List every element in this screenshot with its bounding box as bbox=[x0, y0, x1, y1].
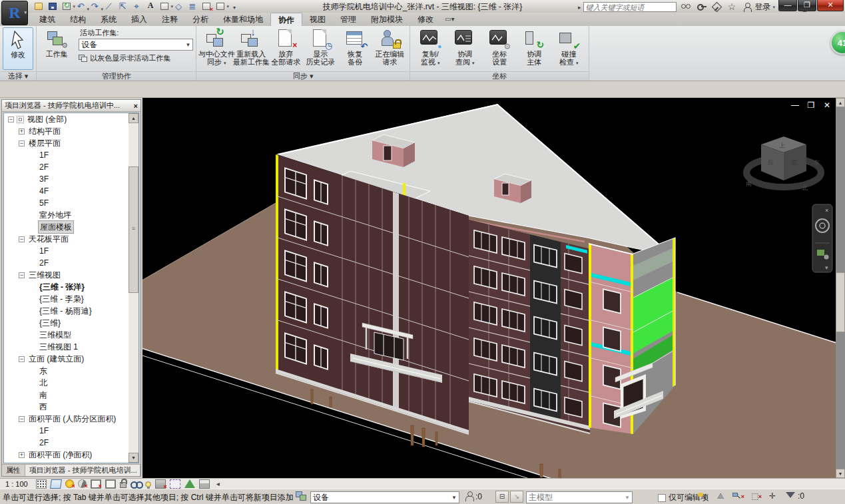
tree-toggle-icon[interactable]: − bbox=[19, 416, 25, 422]
default-3d-view-icon[interactable]: ▾ bbox=[159, 1, 170, 11]
tree-item-面积平面 (总建筑面积)[interactable]: +面积平面 (总建筑面积) bbox=[4, 461, 129, 463]
tree-item-面积平面 (净面积)[interactable]: +面积平面 (净面积) bbox=[4, 449, 129, 461]
close-hidden-windows-icon[interactable]: × bbox=[201, 1, 212, 11]
navigation-bar[interactable]: × ▾ bbox=[812, 204, 832, 272]
sun-path-icon[interactable]: × bbox=[65, 479, 74, 488]
open-icon[interactable] bbox=[33, 1, 44, 11]
sync-重新载入最新工作集-button[interactable]: ↓重新载入最新工作集 bbox=[234, 27, 268, 70]
ribbon-tab-管理[interactable]: 管理 bbox=[333, 13, 364, 26]
view-scroll-down-icon[interactable]: ▼ bbox=[836, 469, 845, 478]
design-option-combo[interactable]: 主模型▼ bbox=[526, 491, 633, 503]
ribbon-tab-注释[interactable]: 注释 bbox=[154, 13, 185, 26]
tree-item-北[interactable]: 北 bbox=[4, 377, 129, 389]
view-restore-icon[interactable]: ❐ bbox=[806, 101, 816, 110]
checkbox-icon[interactable] bbox=[658, 494, 666, 502]
sync-with-central-icon[interactable]: ↻▾ bbox=[61, 1, 72, 11]
tree-item-4F[interactable]: 4F bbox=[4, 185, 129, 197]
crop-region-visibility-icon[interactable] bbox=[105, 479, 116, 489]
tree-item-东[interactable]: 东 bbox=[4, 365, 129, 377]
sync-显示历史记录-button[interactable]: ◷显示历史记录 bbox=[303, 27, 338, 70]
shadows-icon[interactable]: × bbox=[78, 479, 87, 488]
gray-inactive-worksets-button[interactable]: 以灰色显示非活动工作集 bbox=[79, 53, 193, 63]
tree-item-室外地坪[interactable]: 室外地坪 bbox=[4, 209, 129, 221]
tree-item-结构平面[interactable]: +结构平面 bbox=[4, 125, 129, 137]
thin-lines-icon[interactable]: ≣ bbox=[187, 1, 198, 11]
visual-style-icon[interactable] bbox=[50, 479, 62, 489]
toggle-select-links[interactable]: ↖ bbox=[697, 491, 710, 503]
drawing-area[interactable]: — ❐ ✕ bbox=[142, 98, 845, 478]
temporary-hide-isolate-icon[interactable] bbox=[131, 479, 141, 489]
tree-item-西[interactable]: 西 bbox=[4, 401, 129, 413]
tree-toggle-icon[interactable]: + bbox=[19, 128, 25, 134]
switch-windows-icon[interactable]: ▾ bbox=[215, 1, 226, 11]
section-icon[interactable]: ◇ bbox=[173, 1, 184, 11]
tree-toggle-icon[interactable]: − bbox=[19, 236, 25, 242]
view-scale-button[interactable]: 1 : 100 bbox=[5, 480, 28, 488]
tree-scroll-down-icon[interactable]: ▼ bbox=[129, 453, 139, 463]
3d-model-view[interactable]: 南东 西北 上 后 左 × bbox=[142, 98, 836, 478]
tree-toggle-icon[interactable]: + bbox=[19, 452, 25, 458]
add-to-set-icon[interactable]: ↘ bbox=[510, 491, 523, 503]
coordinate-碰撞检查-button[interactable]: ✔碰撞检查 ▾ bbox=[551, 27, 586, 70]
favorites-icon[interactable]: ☆ bbox=[726, 2, 738, 12]
active-workset-combo[interactable]: 设备▼ bbox=[79, 39, 193, 51]
tree-item-三维视图[interactable]: −三维视图 bbox=[4, 269, 129, 281]
tree-item-{三维 - 张洋}[interactable]: {三维 - 张洋} bbox=[4, 281, 129, 293]
view-scroll-up-icon[interactable]: ▲ bbox=[836, 98, 845, 107]
ribbon-display-toggle[interactable]: ▭▾ bbox=[445, 13, 454, 26]
search-input[interactable] bbox=[583, 2, 677, 12]
right-wing-facade[interactable] bbox=[469, 220, 590, 433]
coordinate-协调查阅-button[interactable]: 协调查阅 ▾ bbox=[447, 27, 482, 70]
sync-放弃全部请求-button[interactable]: ×放弃全部请求 bbox=[268, 27, 303, 70]
sync-恢复备份-button[interactable]: ↶恢复备份 bbox=[338, 27, 372, 70]
application-menu-button[interactable]: R▾ bbox=[1, 1, 28, 25]
aligned-dimension-icon[interactable]: ⇱ bbox=[117, 1, 128, 11]
sync-正在编辑请求-button[interactable]: 正在编辑请求 bbox=[372, 27, 407, 70]
customize-qat-icon[interactable]: ▾ bbox=[229, 1, 240, 11]
ribbon-tab-体量和场地[interactable]: 体量和场地 bbox=[216, 13, 270, 26]
tree-toggle-icon[interactable]: − bbox=[8, 117, 14, 123]
ribbon-tab-视图[interactable]: 视图 bbox=[302, 13, 333, 26]
tree-item-视图 (全部)[interactable]: −视图 (全部) bbox=[4, 113, 129, 125]
filter-button[interactable]: :0 bbox=[786, 491, 812, 503]
tree-item-{三维 - 李枭}[interactable]: {三维 - 李枭} bbox=[4, 293, 129, 305]
viewbar-collapse-icon[interactable]: ◂ bbox=[216, 480, 220, 487]
tree-item-{三维 - 杨雨迪}[interactable]: {三维 - 杨雨迪} bbox=[4, 305, 129, 317]
tree-item-2F[interactable]: 2F bbox=[4, 437, 129, 449]
tree-item-天花板平面[interactable]: −天花板平面 bbox=[4, 233, 129, 245]
ribbon-tab-修改[interactable]: 修改 bbox=[410, 13, 441, 26]
toggle-select-underlay[interactable]: ⟁ bbox=[714, 491, 727, 503]
toggle-select-pinned[interactable]: ↖× bbox=[731, 491, 744, 503]
tree-item-三维视图 1[interactable]: 三维视图 1 bbox=[4, 341, 129, 353]
ribbon-tab-协作[interactable]: 协作 bbox=[270, 13, 302, 26]
detail-level-icon[interactable] bbox=[36, 479, 47, 489]
modify-button[interactable]: 修改 bbox=[3, 27, 33, 70]
undo-icon[interactable]: ↶▾ bbox=[75, 1, 86, 11]
tree-item-3F[interactable]: 3F bbox=[4, 173, 129, 185]
redo-icon[interactable]: ↷▾ bbox=[89, 1, 100, 11]
worksets-button[interactable]: ⚙ 工作集 bbox=[39, 27, 74, 70]
tree-item-三维模型[interactable]: 三维模型 bbox=[4, 329, 129, 341]
subscription-key-icon[interactable] bbox=[696, 2, 707, 12]
temporary-view-properties-icon[interactable] bbox=[170, 479, 180, 489]
close-button[interactable]: ✕ bbox=[817, 0, 844, 11]
toggle-select-by-face[interactable]: ⬚× bbox=[748, 491, 762, 503]
restore-button[interactable]: ❐ bbox=[798, 0, 816, 11]
reveal-hidden-elements-icon[interactable] bbox=[145, 481, 151, 487]
sign-in-icon[interactable] bbox=[742, 2, 753, 12]
tree-item-2F[interactable]: 2F bbox=[4, 257, 129, 269]
minimize-button[interactable]: — bbox=[778, 0, 797, 11]
tree-scroll-up-icon[interactable]: ▲ bbox=[129, 113, 139, 123]
tree-item-5F[interactable]: 5F bbox=[4, 197, 129, 209]
coordinate-复制/监视-button[interactable]: ●复制/监视 ▾ bbox=[413, 27, 447, 70]
crop-view-icon[interactable]: × bbox=[91, 479, 101, 489]
tag-icon[interactable]: ⌖ bbox=[131, 1, 142, 11]
save-icon[interactable] bbox=[47, 1, 58, 11]
tree-scrollbar[interactable]: ▲ ▼ bbox=[129, 113, 139, 463]
coordinate-坐标设置-button[interactable]: ⚙坐标设置 bbox=[482, 27, 517, 70]
project-browser-close-icon[interactable]: × bbox=[134, 102, 138, 110]
coordinate-协调主体-button[interactable]: ↻协调主体 bbox=[517, 27, 551, 70]
tree-item-南[interactable]: 南 bbox=[4, 389, 129, 401]
tree-scroll-thumb[interactable] bbox=[129, 166, 139, 293]
design-options-icon[interactable]: ⊟ bbox=[495, 491, 509, 503]
